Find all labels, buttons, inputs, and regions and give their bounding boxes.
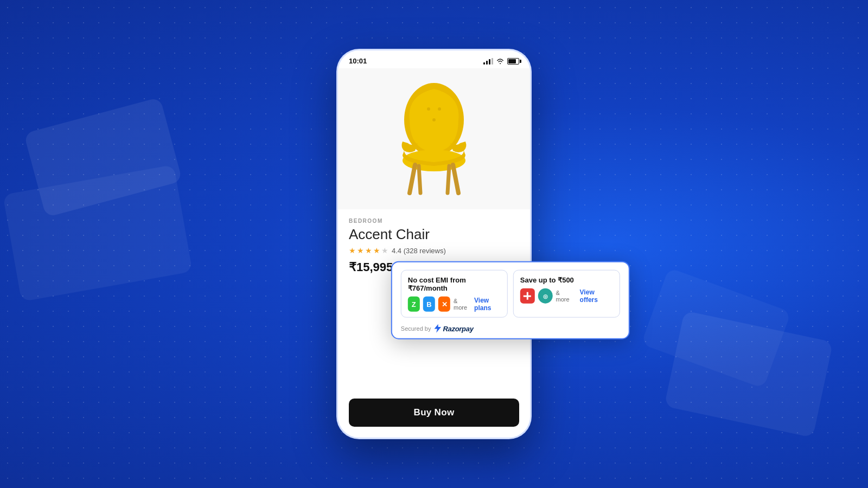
status-icons: [483, 58, 519, 65]
emi-offer-card: No cost EMI from ₹767/month Z B ✕ & more…: [401, 270, 508, 318]
save-more-text: & more: [556, 290, 575, 303]
razorpay-brand-name: Razorpay: [443, 324, 473, 332]
emi-offer-title: No cost EMI from ₹767/month: [408, 276, 501, 292]
save-offer-card: Save up to ₹500 ◎ & more View offers: [513, 270, 620, 318]
star-rating: ★ ★ ★ ★ ★: [349, 246, 388, 255]
secured-text: Secured by: [401, 325, 431, 332]
star-1: ★: [349, 246, 356, 255]
view-offers-link[interactable]: View offers: [580, 288, 613, 304]
svg-point-1: [427, 107, 430, 111]
wifi-icon: [496, 58, 505, 65]
razorpay-icon: [433, 324, 441, 333]
svg-point-3: [432, 118, 436, 121]
phone-screen: 10:01: [338, 50, 530, 438]
star-5: ★: [381, 246, 388, 255]
product-category: BEDROOM: [349, 218, 519, 224]
offers-row: No cost EMI from ₹767/month Z B ✕ & more…: [401, 270, 620, 318]
secured-row: Secured by Razorpay: [401, 323, 620, 333]
status-bar: 10:01: [338, 50, 530, 68]
rating-text: 4.4 (328 reviews): [392, 247, 446, 255]
emi-logos-row: Z B ✕ & more View plans: [408, 297, 501, 312]
star-3: ★: [365, 246, 372, 255]
rating-row: ★ ★ ★ ★ ★ 4.4 (328 reviews): [349, 246, 519, 255]
save-offer-title: Save up to ₹500: [520, 276, 613, 284]
emi-more-text: & more: [454, 298, 469, 311]
product-image: [380, 76, 488, 201]
star-2: ★: [357, 246, 364, 255]
razorpay-logo: Razorpay: [433, 324, 473, 333]
phone-frame: 10:01: [336, 49, 532, 439]
svg-point-2: [438, 107, 441, 111]
buy-now-button[interactable]: Buy Now: [349, 399, 519, 427]
zepto-logo: Z: [408, 297, 420, 312]
razorpay-widget: No cost EMI from ₹767/month Z B ✕ & more…: [391, 261, 630, 339]
svg-line-8: [448, 166, 449, 193]
xtra-logo: ✕: [438, 297, 450, 312]
svg-line-7: [419, 166, 420, 193]
buy-now-area: Buy Now: [338, 399, 530, 427]
product-image-area: [338, 68, 530, 209]
bank-logo-teal: ◎: [538, 288, 553, 304]
bank-logo-red: [520, 288, 535, 304]
battery-icon: [507, 58, 519, 65]
product-name: Accent Chair: [349, 226, 519, 243]
svg-line-5: [410, 165, 415, 193]
star-4: ★: [373, 246, 380, 255]
svg-line-6: [453, 165, 458, 193]
signal-icon: [483, 58, 493, 65]
view-plans-link[interactable]: View plans: [474, 297, 501, 312]
save-logos-row: ◎ & more View offers: [520, 288, 613, 304]
bajaj-logo: B: [423, 297, 435, 312]
status-time: 10:01: [349, 57, 367, 65]
